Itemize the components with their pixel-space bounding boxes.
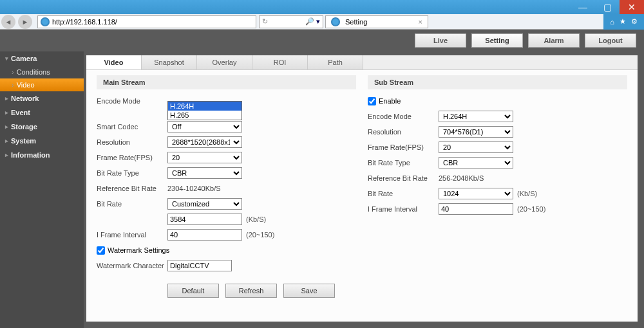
sidebar-item-conditions[interactable]: Conditions <box>0 66 84 78</box>
subtab-video[interactable]: Video <box>86 55 142 69</box>
bitrate-unit: (Kb/S) <box>246 215 266 223</box>
content-panel: Video Snapshot Overlay ROI Path Main Str… <box>86 55 638 322</box>
sub-ref-value: 256-2048Kb/S <box>439 174 484 182</box>
smart-codec-label: Smart Codec <box>97 123 167 131</box>
browser-tab[interactable]: Setting × <box>325 15 428 28</box>
nav-back-button[interactable]: ◄ <box>1 15 15 29</box>
smart-codec-select[interactable]: Off <box>167 121 242 132</box>
sidebar-camera[interactable]: Camera <box>0 51 84 66</box>
substream-enable-label: Enable <box>379 97 401 105</box>
home-icon[interactable]: ⌂ <box>610 18 614 26</box>
watermark-label: Watermark Settings <box>108 246 169 254</box>
browser-toolbar: ◄ ► http://192.168.1.118/ ↻ 🔎 ▾ Setting … <box>0 14 644 30</box>
sub-iframe-label: I Frame Interval <box>368 205 439 213</box>
window-maximize-button[interactable]: ▢ <box>595 0 620 14</box>
tab-close-icon[interactable]: × <box>419 18 422 26</box>
sub-encode-label: Encode Mode <box>368 113 439 120</box>
sidebar-item-video[interactable]: Video <box>0 78 84 91</box>
refresh-button[interactable]: Refresh <box>225 284 277 298</box>
iframe-range: (20~150) <box>246 231 274 239</box>
window-close-button[interactable]: ✕ <box>620 0 644 14</box>
encode-mode-label: Encode Mode <box>97 97 167 105</box>
favorites-icon[interactable]: ★ <box>620 17 626 26</box>
iframe-label: I Frame Interval <box>97 231 167 239</box>
sub-resolution-select[interactable]: 704*576(D1) <box>439 126 513 138</box>
nav-setting[interactable]: Setting <box>471 33 523 48</box>
bitrate-label: Bit Rate <box>97 200 167 208</box>
main-stream-pane: Main Stream Encode Mode H.264H H.265 Sma… <box>97 75 356 316</box>
resolution-select[interactable]: 2688*1520(2688x1520) <box>167 136 242 148</box>
sub-bitrate-unit: (Kb/S) <box>517 190 537 197</box>
nav-live[interactable]: Live <box>415 33 466 48</box>
window-minimize-button[interactable]: — <box>571 0 595 14</box>
sidebar-storage[interactable]: Storage <box>0 120 84 134</box>
sub-brtype-label: Bit Rate Type <box>368 159 439 167</box>
sidebar-information[interactable]: Information <box>0 148 84 162</box>
sub-iframe-input[interactable] <box>439 203 513 215</box>
ie-icon <box>331 17 340 26</box>
window-titlebar: — ▢ ✕ <box>0 0 644 14</box>
bitrate-type-label: Bit Rate Type <box>97 169 167 177</box>
subtab-snapshot[interactable]: Snapshot <box>142 55 197 69</box>
subtab-overlay[interactable]: Overlay <box>197 55 252 69</box>
browser-right-icons: ⌂ ★ ⚙ <box>603 14 644 30</box>
encode-option-h265[interactable]: H.265 <box>168 111 242 120</box>
sidebar-event[interactable]: Event <box>0 105 84 120</box>
bitrate-type-select[interactable]: CBR <box>167 167 242 179</box>
sub-fps-select[interactable]: 20 <box>439 141 513 153</box>
sub-resolution-label: Resolution <box>368 128 439 136</box>
nav-logout[interactable]: Logout <box>585 33 636 48</box>
refresh-icon: ↻ <box>262 17 268 26</box>
encode-option-h264h[interactable]: H.264H <box>168 102 242 111</box>
main-stream-header: Main Stream <box>97 75 356 89</box>
bitrate-select[interactable]: Customized <box>167 198 242 210</box>
fps-select[interactable]: 20 <box>167 152 242 163</box>
iframe-input[interactable] <box>167 229 242 241</box>
sub-bitrate-label: Bit Rate <box>368 190 439 197</box>
bitrate-custom-input[interactable] <box>167 214 242 225</box>
search-icon: 🔎 ▾ <box>305 17 320 26</box>
sub-encode-select[interactable]: H.264H <box>439 111 513 122</box>
fps-label: Frame Rate(FPS) <box>97 154 167 161</box>
sidebar: Camera Conditions Video Network Event St… <box>0 51 84 328</box>
sub-ref-label: Reference Bit Rate <box>368 174 439 182</box>
subtab-bar: Video Snapshot Overlay ROI Path <box>86 55 638 70</box>
ie-icon <box>41 17 50 26</box>
tab-title: Setting <box>345 18 367 26</box>
url-text: http://192.168.1.118/ <box>52 18 117 26</box>
sub-stream-pane: Sub Stream Enable Encode Mode H.264H Res… <box>368 75 627 316</box>
sub-fps-label: Frame Rate(FPS) <box>368 143 439 151</box>
ref-bitrate-value: 2304-10240Kb/S <box>167 185 221 192</box>
watermark-char-input[interactable] <box>167 260 232 271</box>
tools-icon[interactable]: ⚙ <box>631 17 638 26</box>
resolution-label: Resolution <box>97 138 167 146</box>
watermark-checkbox[interactable] <box>97 246 105 255</box>
sub-stream-header: Sub Stream <box>368 75 627 89</box>
save-button[interactable]: Save <box>283 284 335 298</box>
nav-forward-button[interactable]: ► <box>18 15 32 29</box>
browser-search-box[interactable]: ↻ 🔎 ▾ <box>259 15 323 28</box>
watermark-char-label: Watermark Character <box>97 262 167 269</box>
subtab-path[interactable]: Path <box>308 55 363 69</box>
app-header: Live Setting Alarm Logout <box>0 30 644 51</box>
sub-iframe-range: (20~150) <box>517 205 545 213</box>
nav-alarm[interactable]: Alarm <box>528 33 580 48</box>
sidebar-system[interactable]: System <box>0 134 84 148</box>
sub-brtype-select[interactable]: CBR <box>439 157 513 169</box>
sub-bitrate-select[interactable]: 1024 <box>439 188 513 199</box>
url-input[interactable]: http://192.168.1.118/ <box>37 15 256 28</box>
subtab-roi[interactable]: ROI <box>252 55 308 69</box>
sidebar-network[interactable]: Network <box>0 91 84 105</box>
substream-enable-checkbox[interactable] <box>368 97 376 105</box>
ref-bitrate-label: Reference Bit Rate <box>97 185 167 192</box>
default-button[interactable]: Default <box>167 284 219 298</box>
